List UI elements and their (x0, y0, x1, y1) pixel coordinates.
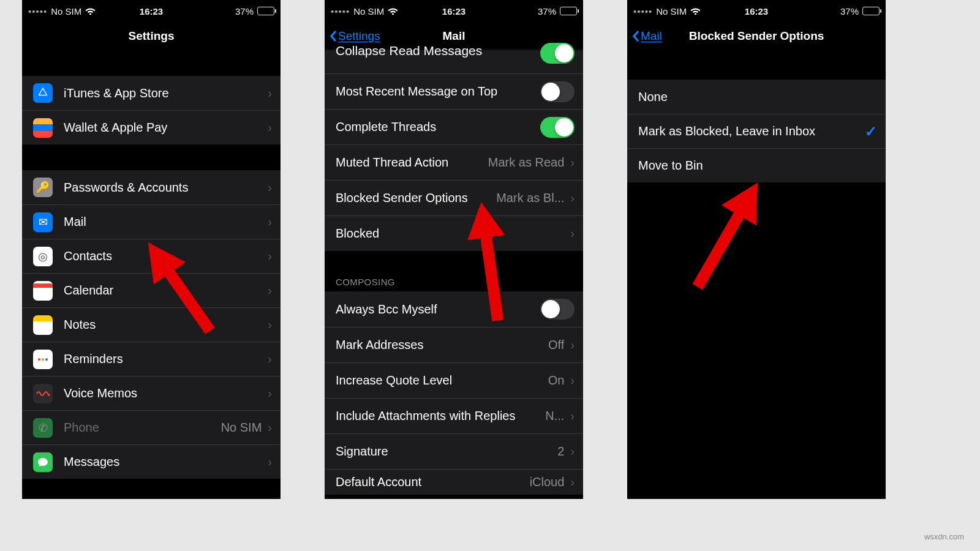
status-bar: ••••• No SIM 16:23 37% (627, 0, 886, 22)
page-title: Mail (443, 29, 466, 43)
toggle-switch[interactable] (540, 43, 575, 64)
chevron-right-icon: › (268, 181, 272, 195)
row-label: Phone (64, 421, 215, 435)
row-label: Messages (64, 455, 262, 469)
row-detail: 2 (557, 444, 564, 459)
row-label: iTunes & App Store (64, 86, 262, 100)
option-mark-as-blocked[interactable]: Mark as Blocked, Leave in Inbox ✓ (627, 114, 886, 148)
option-none[interactable]: None (627, 80, 886, 114)
status-bar: ••••• No SIM 16:23 37% (325, 0, 583, 22)
wifi-icon (388, 6, 398, 17)
settings-row-voicememos[interactable]: Voice Memos › (22, 376, 281, 410)
row-label: Increase Quote Level (336, 373, 542, 388)
settings-row-notes[interactable]: Notes › (22, 307, 281, 342)
chevron-right-icon: › (268, 121, 272, 135)
battery-icon (862, 7, 880, 15)
battery-icon (560, 7, 577, 15)
mail-row-mark-addresses[interactable]: Mark Addresses Off › (325, 327, 583, 362)
settings-row-calendar[interactable]: Calendar › (22, 273, 281, 307)
row-detail: On (548, 373, 565, 388)
page-title: Settings (129, 29, 175, 43)
mail-row-increase-quote[interactable]: Increase Quote Level On › (325, 362, 583, 398)
back-button[interactable]: Mail (632, 29, 662, 43)
wallet-icon (33, 118, 53, 138)
key-icon: 🔑 (33, 178, 53, 197)
status-bar: ••••• No SIM 16:23 37% (22, 0, 281, 22)
messages-icon (33, 452, 53, 472)
row-label: Signature (336, 444, 551, 459)
mail-row-always-bcc[interactable]: Always Bcc Myself (325, 291, 583, 327)
row-detail: No SIM (221, 421, 262, 435)
row-label: Muted Thread Action (336, 156, 482, 170)
mail-row-muted-thread-action[interactable]: Muted Thread Action Mark as Read › (325, 144, 583, 180)
mail-icon: ✉︎ (33, 212, 53, 232)
row-label: Blocked Sender Options (336, 191, 490, 205)
chevron-right-icon: › (268, 249, 272, 263)
contacts-icon: ◎ (33, 247, 53, 266)
signal-dots-icon: ••••• (331, 6, 350, 17)
back-label: Settings (338, 29, 380, 43)
option-move-to-bin[interactable]: Move to Bin (627, 148, 886, 182)
signal-dots-icon: ••••• (633, 6, 652, 17)
signal-dots-icon: ••••• (28, 6, 47, 17)
svg-rect-4 (693, 204, 748, 290)
row-label: Move to Bin (638, 159, 877, 173)
settings-row-itunes[interactable]: iTunes & App Store › (22, 76, 281, 110)
row-detail: Mark as Bl... (496, 191, 564, 205)
section-header-composing: COMPOSING (325, 251, 583, 291)
chevron-right-icon: › (268, 352, 272, 366)
annotation-arrow (661, 168, 790, 312)
row-label: Reminders (64, 352, 262, 366)
row-label: Most Recent Message on Top (336, 84, 540, 99)
toggle-switch[interactable] (540, 299, 575, 320)
row-label: Notes (64, 318, 262, 332)
status-time: 16:23 (140, 6, 163, 17)
screen-settings: ••••• No SIM 16:23 37% Settings iTunes &… (22, 0, 281, 499)
toggle-switch[interactable] (540, 117, 575, 138)
reminders-icon (33, 350, 53, 369)
nav-bar: Mail Blocked Sender Options (627, 22, 886, 50)
carrier-text: No SIM (656, 6, 687, 17)
chevron-right-icon: › (570, 227, 575, 241)
page-title: Blocked Sender Options (689, 29, 824, 43)
appstore-icon (33, 83, 53, 103)
settings-row-mail[interactable]: ✉︎ Mail › (22, 204, 281, 239)
settings-row-passwords[interactable]: 🔑 Passwords & Accounts › (22, 170, 281, 204)
row-label: Always Bcc Myself (336, 302, 540, 317)
row-label: Complete Threads (336, 120, 540, 134)
mail-row-default-account[interactable]: Default Account iCloud › (325, 469, 583, 495)
nav-bar: Settings (22, 22, 281, 50)
settings-row-reminders[interactable]: Reminders › (22, 342, 281, 376)
row-label: Wallet & Apple Pay (64, 121, 262, 135)
chevron-right-icon: › (268, 215, 272, 229)
calendar-icon (33, 281, 53, 301)
row-label: Mark Addresses (336, 338, 542, 352)
status-time: 16:23 (442, 6, 466, 17)
mail-row-most-recent[interactable]: Most Recent Message on Top (325, 73, 583, 109)
settings-row-wallet[interactable]: Wallet & Apple Pay › (22, 110, 281, 144)
mail-row-complete-threads[interactable]: Complete Threads (325, 109, 583, 144)
mail-row-include-attachments[interactable]: Include Attachments with Replies N... › (325, 398, 583, 433)
chevron-right-icon: › (268, 455, 272, 469)
settings-row-phone[interactable]: ✆ Phone No SIM › (22, 410, 281, 444)
row-label: Calendar (64, 283, 262, 298)
row-label: None (638, 90, 877, 104)
notes-icon (33, 315, 53, 335)
screen-blocked-sender-options: ••••• No SIM 16:23 37% Mail Blocked Send… (627, 0, 886, 499)
back-button[interactable]: Settings (330, 29, 380, 43)
mail-row-blocked[interactable]: Blocked › (325, 216, 583, 251)
settings-row-messages[interactable]: Messages › (22, 444, 281, 479)
row-label: Contacts (64, 249, 262, 263)
mail-row-collapse[interactable]: Collapse Read Messages (325, 49, 583, 73)
chevron-right-icon: › (268, 421, 272, 435)
chevron-right-icon: › (268, 318, 272, 332)
mail-row-signature[interactable]: Signature 2 › (325, 433, 583, 469)
settings-row-contacts[interactable]: ◎ Contacts › (22, 239, 281, 273)
chevron-left-icon (330, 30, 337, 42)
mail-row-blocked-sender-options[interactable]: Blocked Sender Options Mark as Bl... › (325, 180, 583, 216)
watermark-text: wsxdn.com (924, 532, 964, 541)
toggle-switch[interactable] (540, 81, 575, 102)
back-label: Mail (641, 29, 662, 43)
row-label: Default Account (336, 475, 524, 489)
row-detail: iCloud (530, 475, 565, 489)
